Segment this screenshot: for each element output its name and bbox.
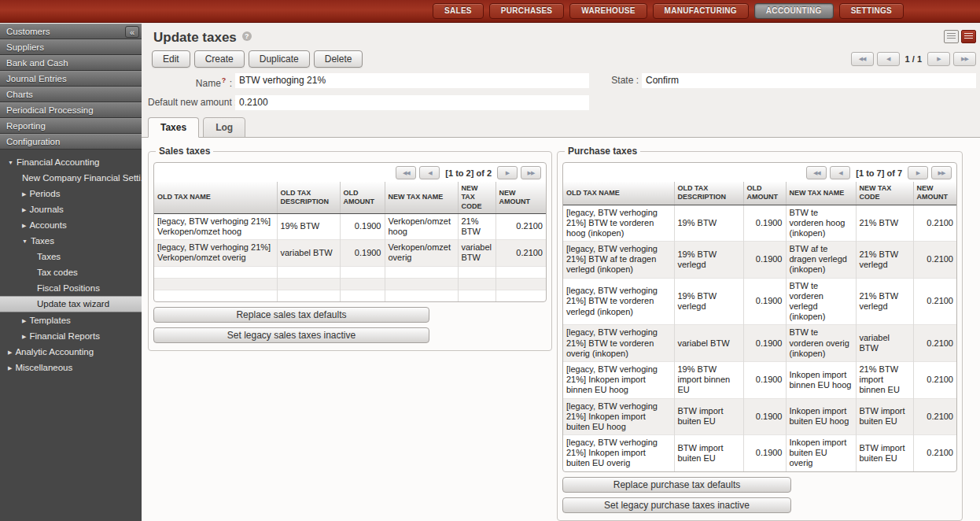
table-row[interactable]: [legacy, BTW verhoging 21%] Inkopen impo… bbox=[563, 398, 956, 435]
set-legacy-purchase-taxes-inactive-button[interactable]: Set legacy purchase taxes inactive bbox=[562, 497, 791, 513]
sidebar-item-fiscal-positions[interactable]: Fiscal Positions bbox=[0, 280, 142, 296]
last-record-button[interactable]: ▶▶ bbox=[953, 52, 976, 66]
duplicate-button[interactable]: Duplicate bbox=[249, 50, 310, 68]
table-row[interactable]: [legacy, BTW verhoging 21%] Verkopen/omz… bbox=[154, 213, 546, 239]
table-cell: BTW import buiten EU bbox=[856, 398, 913, 435]
previous-page-button[interactable]: ◀ bbox=[830, 166, 850, 179]
nav-button-warehouse[interactable]: WAREHOUSE bbox=[569, 3, 647, 19]
tab-log[interactable]: Log bbox=[203, 117, 245, 138]
table-cell: 21% BTW bbox=[458, 213, 496, 239]
sidebar-section-suppliers[interactable]: Suppliers bbox=[0, 39, 142, 55]
replace-purchase-tax-defaults-button[interactable]: Replace purchase tax defaults bbox=[562, 477, 791, 493]
sidebar-item-accounts[interactable]: ▶Accounts bbox=[0, 217, 142, 233]
sidebar-item-periods[interactable]: ▶Periods bbox=[0, 186, 142, 201]
column-header-new-tax-name[interactable]: NEW TAX NAME bbox=[385, 182, 458, 213]
column-header-old-amount[interactable]: OLD AMOUNT bbox=[340, 182, 385, 213]
previous-record-button[interactable]: ◀ bbox=[877, 52, 900, 66]
name-field[interactable]: BTW verhoging 21% bbox=[235, 73, 589, 88]
set-legacy-sales-taxes-inactive-button[interactable]: Set legacy sales taxes inactive bbox=[153, 327, 429, 343]
sidebar-item-financial-accounting[interactable]: ▼Financial Accounting bbox=[0, 154, 142, 170]
collapsed-arrow-icon: ▶ bbox=[22, 191, 26, 197]
nav-button-sales[interactable]: SALES bbox=[433, 3, 484, 19]
table-row[interactable]: [legacy, BTW verhoging 21%] Verkopen/omz… bbox=[154, 240, 546, 266]
empty-table-row[interactable] bbox=[154, 266, 546, 278]
create-button[interactable]: Create bbox=[194, 50, 245, 68]
nav-button-manufacturing[interactable]: MANUFACTURING bbox=[653, 3, 749, 19]
state-field[interactable]: Confirm bbox=[642, 73, 976, 88]
column-header-old-amount[interactable]: OLD AMOUNT bbox=[743, 182, 786, 205]
previous-page-button[interactable]: ◀ bbox=[419, 166, 440, 179]
table-cell: 19% BTW verlegd bbox=[674, 242, 743, 279]
table-cell: 19% BTW bbox=[277, 213, 340, 239]
empty-table-row[interactable] bbox=[154, 290, 546, 301]
column-header-new-amount[interactable]: NEW AMOUNT bbox=[913, 182, 956, 205]
purchase-pager-label: [1 to 7] of 7 bbox=[853, 168, 904, 178]
next-page-button[interactable]: ▶ bbox=[497, 166, 518, 179]
expanded-arrow-icon: ▼ bbox=[22, 238, 28, 244]
table-row[interactable]: [legacy, BTW verhoging 21%] BTW te vorde… bbox=[563, 278, 956, 325]
last-page-button[interactable]: ▶▶ bbox=[931, 166, 952, 179]
nav-button-settings[interactable]: SETTINGS bbox=[839, 3, 904, 19]
page-title: Update taxes bbox=[153, 30, 237, 45]
sidebar-section-reporting[interactable]: Reporting bbox=[0, 118, 142, 134]
sidebar-item-new-company-financial-setti[interactable]: New Company Financial Setti... bbox=[0, 170, 142, 186]
sidebar-section-configuration[interactable]: Configuration bbox=[0, 134, 142, 150]
next-page-button[interactable]: ▶ bbox=[908, 166, 928, 179]
table-cell: [legacy, BTW verhoging 21%] Inkopen impo… bbox=[563, 361, 674, 398]
sidebar-section-label: Reporting bbox=[6, 121, 46, 131]
state-label: State : bbox=[592, 73, 639, 91]
first-page-button[interactable]: ◀◀ bbox=[806, 166, 827, 179]
table-cell: BTW import buiten EU bbox=[674, 398, 743, 435]
sidebar-section-charts[interactable]: Charts bbox=[0, 87, 142, 102]
sidebar-section-periodical-processing[interactable]: Periodical Processing bbox=[0, 102, 142, 118]
form-view-button[interactable] bbox=[961, 30, 976, 43]
sidebar-collapse-button[interactable]: « bbox=[125, 26, 139, 38]
table-cell: 0.2100 bbox=[496, 213, 546, 239]
column-header-new-tax-name[interactable]: NEW TAX NAME bbox=[786, 182, 856, 205]
sidebar-item-analytic-accounting[interactable]: ▶Analytic Accounting bbox=[0, 344, 142, 360]
table-row[interactable]: [legacy, BTW verhoging 21%] BTW af te dr… bbox=[563, 242, 956, 279]
table-cell: [legacy, BTW verhoging 21%] Verkopen/omz… bbox=[154, 240, 277, 266]
first-page-button[interactable]: ◀◀ bbox=[396, 166, 416, 179]
edit-button[interactable]: Edit bbox=[152, 50, 190, 68]
default-new-amount-field[interactable]: 0.2100 bbox=[235, 95, 589, 110]
sidebar-item-taxes[interactable]: Taxes bbox=[0, 249, 142, 264]
sidebar-section-bank-and-cash[interactable]: Bank and Cash bbox=[0, 55, 142, 71]
sidebar-section-customers[interactable]: Customers« bbox=[0, 24, 142, 39]
replace-sales-tax-defaults-button[interactable]: Replace sales tax defaults bbox=[153, 307, 429, 323]
table-row[interactable]: [legacy, BTW verhoging 21%] Inkopen impo… bbox=[563, 435, 956, 471]
column-header-old-tax-description[interactable]: OLD TAX DESCRIPTION bbox=[277, 182, 340, 213]
last-page-button[interactable]: ▶▶ bbox=[521, 166, 541, 179]
sidebar-item-templates[interactable]: ▶Templates bbox=[0, 312, 142, 328]
collapsed-arrow-icon: ▶ bbox=[22, 318, 26, 323]
sidebar-item-miscellaneous[interactable]: ▶Miscellaneous bbox=[0, 360, 142, 375]
column-header-new-tax-code[interactable]: NEW TAX CODE bbox=[458, 182, 496, 213]
empty-table-row[interactable] bbox=[154, 278, 546, 290]
next-record-button[interactable]: ▶ bbox=[927, 52, 950, 66]
nav-button-accounting[interactable]: ACCOUNTING bbox=[754, 3, 834, 19]
column-header-old-tax-name[interactable]: OLD TAX NAME bbox=[154, 182, 277, 213]
sidebar-section-journal-entries[interactable]: Journal Entries bbox=[0, 71, 142, 87]
delete-button[interactable]: Delete bbox=[314, 50, 363, 68]
sidebar-item-journals[interactable]: ▶Journals bbox=[0, 201, 142, 217]
table-row[interactable]: [legacy, BTW verhoging 21%] BTW te vorde… bbox=[563, 205, 956, 242]
sidebar-item-taxes[interactable]: ▼Taxes bbox=[0, 233, 142, 249]
column-header-old-tax-description[interactable]: OLD TAX DESCRIPTION bbox=[674, 182, 743, 205]
list-view-button[interactable] bbox=[944, 30, 959, 43]
column-header-old-tax-name[interactable]: OLD TAX NAME bbox=[563, 182, 674, 205]
first-record-button[interactable]: ◀◀ bbox=[851, 52, 874, 66]
sidebar-item-update-tax-wizard[interactable]: Update tax wizard bbox=[0, 296, 142, 312]
table-cell: 0.2100 bbox=[913, 435, 956, 471]
sidebar-item-financial-reports[interactable]: ▶Financial Reports bbox=[0, 328, 142, 344]
table-cell: 19% BTW verlegd bbox=[674, 278, 743, 325]
help-icon[interactable]: ? bbox=[242, 31, 252, 41]
table-row[interactable]: [legacy, BTW verhoging 21%] Inkopen impo… bbox=[563, 361, 956, 398]
tab-taxes[interactable]: Taxes bbox=[148, 117, 199, 138]
table-row[interactable]: [legacy, BTW verhoging 21%] BTW te vorde… bbox=[563, 325, 956, 362]
table-cell: 0.2100 bbox=[913, 361, 956, 398]
sidebar-item-tax-codes[interactable]: Tax codes bbox=[0, 264, 142, 280]
nav-button-purchases[interactable]: PURCHASES bbox=[489, 3, 565, 19]
table-cell: 0.1900 bbox=[743, 361, 786, 398]
column-header-new-amount[interactable]: NEW AMOUNT bbox=[496, 182, 546, 213]
column-header-new-tax-code[interactable]: NEW TAX CODE bbox=[856, 182, 913, 205]
